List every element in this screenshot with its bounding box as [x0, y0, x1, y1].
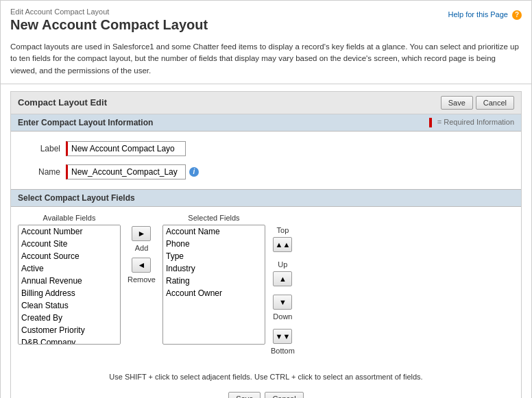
enter-section: Enter Compact Layout Information = Requi… [11, 114, 521, 189]
available-fields-column: Available Fields Account Number Account … [18, 214, 121, 345]
available-fields-label: Available Fields [43, 214, 96, 222]
list-item[interactable]: Phone [163, 238, 265, 250]
fields-area: Available Fields Account Number Account … [11, 207, 521, 370]
panel-header-actions: Save Cancel [441, 96, 514, 110]
selected-fields-listbox[interactable]: Account Name Phone Type Industry Rating … [162, 225, 265, 345]
name-input[interactable] [66, 164, 186, 179]
panel-header-title: Compact Layout Edit [18, 97, 107, 108]
sort-bottom-group: ▼▼ Bottom [271, 329, 295, 358]
name-field-label: Name [18, 167, 66, 177]
panel-header: Compact Layout Edit Save Cancel [11, 92, 521, 114]
form-section: Label Name i [11, 132, 521, 189]
list-item[interactable]: Account Owner [163, 287, 265, 299]
cancel-button-top[interactable]: Cancel [476, 96, 514, 110]
list-item[interactable]: Billing Address [19, 287, 120, 299]
save-button-top[interactable]: Save [441, 96, 473, 110]
save-button-bottom[interactable]: Save [228, 392, 261, 398]
select-section-title: Select Compact Layout Fields [18, 193, 135, 203]
compact-layout-panel: Compact Layout Edit Save Cancel Enter Co… [10, 91, 522, 398]
list-item[interactable]: Rating [163, 275, 265, 287]
hint-text: Use SHIFT + click to select adjacent fie… [11, 370, 521, 386]
label-row: Label [11, 137, 521, 160]
sort-up-button[interactable]: ▲ [273, 271, 292, 286]
list-item[interactable]: Annual Revenue [19, 275, 120, 287]
sort-top-button[interactable]: ▲▲ [273, 237, 292, 252]
add-button[interactable]: ► [132, 226, 151, 241]
sort-up-group: Up ▲ [273, 260, 292, 289]
enter-section-header: Enter Compact Layout Information = Requi… [11, 114, 521, 132]
cancel-button-bottom[interactable]: Cancel [265, 392, 303, 398]
help-link[interactable]: Help for this Page ? [448, 10, 522, 20]
list-item[interactable]: Account Name [163, 225, 265, 238]
sort-bottom-label: Bottom [271, 347, 295, 355]
name-info-icon[interactable]: i [189, 167, 199, 177]
list-item[interactable]: D&B Company [19, 336, 120, 345]
enter-section-title: Enter Compact Layout Information [18, 118, 153, 127]
description-text: Compact layouts are used in Salesforce1 … [1, 37, 531, 84]
list-item[interactable]: Created By [19, 312, 120, 324]
sort-down-group: ▼ Down [273, 295, 292, 323]
list-item[interactable]: Customer Priority [19, 324, 120, 336]
label-input[interactable] [66, 141, 186, 156]
sort-top-label: Top [277, 226, 289, 234]
available-fields-listbox[interactable]: Account Number Account Site Account Sour… [18, 225, 121, 345]
help-icon: ? [512, 10, 522, 20]
list-item[interactable]: Account Source [19, 250, 120, 262]
selected-fields-label: Selected Fields [188, 214, 239, 222]
sort-top-group: Top ▲▲ [273, 226, 292, 255]
label-field-label: Label [18, 144, 66, 153]
add-remove-column: ► Add ◄ Remove [121, 226, 162, 289]
add-label: Add [135, 244, 149, 252]
sort-down-button[interactable]: ▼ [273, 295, 292, 310]
list-item[interactable]: Industry [163, 262, 265, 275]
sort-column: Top ▲▲ Up ▲ ▼ Down ▼▼ Bo [265, 226, 295, 363]
remove-button[interactable]: ◄ [132, 258, 151, 273]
page-title: New Account Compact Layout [10, 17, 522, 33]
required-bar [429, 118, 432, 127]
list-item[interactable]: Active [19, 262, 120, 275]
required-indicator: = Required Information [429, 118, 514, 127]
sort-up-label: Up [278, 260, 287, 269]
list-item[interactable]: Clean Status [19, 299, 120, 312]
list-item[interactable]: Account Number [19, 225, 120, 238]
bottom-actions: Save Cancel [11, 386, 521, 398]
help-link-text: Help for this Page [448, 10, 508, 18]
breadcrumb: Edit Account Compact Layout [10, 8, 522, 16]
select-section: Select Compact Layout Fields Available F… [11, 189, 521, 386]
selected-fields-column: Selected Fields Account Name Phone Type … [162, 214, 265, 345]
list-item[interactable]: Account Site [19, 238, 120, 250]
name-row: Name i [11, 160, 521, 184]
sort-down-label: Down [273, 312, 292, 321]
select-section-header: Select Compact Layout Fields [11, 189, 521, 207]
list-item[interactable]: Type [163, 250, 265, 262]
remove-label: Remove [128, 275, 156, 284]
sort-bottom-button[interactable]: ▼▼ [273, 329, 292, 344]
